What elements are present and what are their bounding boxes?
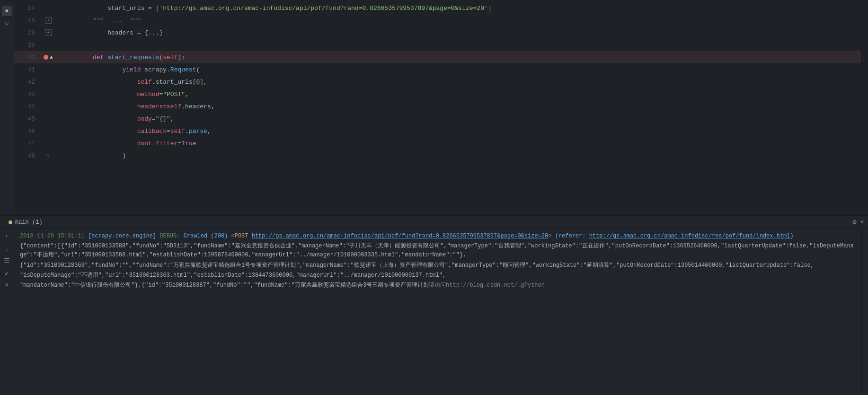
line-num-41: 41	[14, 66, 43, 73]
editor-scrollbar[interactable]	[861, 2, 868, 213]
bottom-tab-main[interactable]: main (1)	[4, 217, 47, 228]
left-sidebar: ● ▽	[0, 2, 14, 213]
bottom-left-icons: ↑ ↓ ☰ ↙ ✕	[0, 229, 14, 395]
log-json-4: "mandatorName":"中信银行股份有限公司"},{"id":"3510…	[20, 281, 856, 290]
gutter-40: ▲	[43, 54, 54, 60]
json-content-2: {"id":"351000128363","fundNo":"","fundNa…	[20, 262, 814, 269]
log-scrollbar[interactable]	[861, 229, 868, 395]
debug-arrow: ▲	[50, 54, 53, 60]
tab-status-dot	[9, 220, 12, 224]
line-num-48: 48	[14, 152, 43, 159]
bottom-panel-body: ↑ ↓ ☰ ↙ ✕ 2018-11-29 15:31:11 [scrapy.co…	[0, 229, 868, 395]
bottom-tabs-bar: main (1) ⚙ ×	[0, 216, 868, 229]
code-container: ● ▽ 14 start_urls = ['http://gs.amac.org…	[0, 0, 868, 215]
line-num-43: 43	[14, 91, 43, 98]
bottom-tab-label: main (1)	[15, 219, 43, 226]
scroll-hint: 请访问http://blog.csdn.net/…gPython	[429, 282, 545, 289]
token: )	[93, 152, 126, 159]
log-debug-1b	[248, 233, 252, 239]
token: headers =	[93, 29, 144, 36]
log-timestamp-1: 2018-11-29 15:31:11	[20, 233, 88, 239]
log-referer-1[interactable]: http://gs.amac.org.cn/amac-infodisc/res/…	[589, 233, 790, 239]
json-content-3: "isDeputeManage":"不适用","url":"3510001283…	[20, 272, 446, 279]
code-line-48: 48 ▽ )	[14, 149, 861, 162]
log-content: 2018-11-29 15:31:11 [scrapy.core.engine]…	[14, 229, 861, 395]
line-content-48: )	[54, 145, 852, 167]
list-icon[interactable]: ☰	[2, 255, 12, 266]
bottom-panel: main (1) ⚙ × ↑ ↓ ☰ ↙ ✕ 2018-11-29 15:31:…	[0, 215, 868, 395]
gutter-15[interactable]: +	[43, 17, 54, 24]
line-num-44: 44	[14, 103, 43, 110]
log-debug-1c: > (referer:	[548, 233, 589, 239]
json-content-4: "mandatorName":"中信银行股份有限公司"},{"id":"3510…	[20, 282, 429, 289]
gutter-48: ▽	[43, 153, 54, 158]
log-json-1: {"content":[{"id":"351000133588","fundNo…	[20, 242, 856, 260]
token: {...}	[144, 29, 163, 36]
expand-icon-15[interactable]: +	[45, 17, 52, 24]
log-module-1: [scrapy.core.engine]	[88, 233, 156, 239]
line-num-47: 47	[14, 140, 43, 147]
log-level-1: DEBUG:	[156, 233, 184, 239]
expand-icon-29[interactable]: +	[45, 29, 52, 36]
json-content-1: {"content":[{"id":"351000133588","fundNo…	[20, 243, 854, 258]
fold-end-icon[interactable]: ▽	[47, 153, 50, 158]
filter-icon[interactable]: ▽	[2, 18, 12, 28]
line-content-29: headers = {...}	[54, 22, 852, 44]
line-num-39: 39	[14, 42, 43, 49]
up-arrow-icon[interactable]: ↑	[2, 232, 12, 242]
line-num-45: 45	[14, 115, 43, 123]
bottom-tab-right: ⚙ ×	[852, 218, 864, 226]
line-num-29: 29	[14, 29, 43, 36]
bottom-tab-left: main (1)	[4, 217, 47, 228]
log-json-3: "isDeputeManage":"不适用","url":"3510001283…	[20, 271, 856, 280]
gutter-29[interactable]: +	[43, 29, 54, 36]
line-num-42: 42	[14, 79, 43, 86]
log-url-1[interactable]: http://gs.amac.org.cn/amac-infodisc/api/…	[252, 233, 549, 239]
line-num-40: 40	[14, 54, 43, 61]
log-method-1: POST	[235, 233, 248, 239]
editor-area: ● ▽ 14 start_urls = ['http://gs.amac.org…	[0, 0, 868, 395]
code-line-29: 29 + headers = {...}	[14, 26, 861, 39]
settings-icon[interactable]: ⚙	[852, 218, 856, 226]
clear-icon[interactable]: ✕	[2, 279, 12, 290]
line-num-46: 46	[14, 128, 43, 135]
log-json-2: {"id":"351000128363","fundNo":"","fundNa…	[20, 261, 856, 270]
close-panel-icon[interactable]: ×	[860, 219, 864, 226]
breakpoint-dot[interactable]	[44, 55, 48, 60]
locate-icon[interactable]: ↙	[2, 267, 12, 278]
line-num-14: 14	[14, 5, 43, 12]
code-lines: 14 start_urls = ['http://gs.amac.org.cn/…	[14, 2, 861, 213]
log-debug-1d: )	[790, 233, 794, 239]
log-entry-1: 2018-11-29 15:31:11 [scrapy.core.engine]…	[20, 232, 856, 241]
line-num-15: 15	[14, 17, 43, 24]
debug-icon[interactable]: ●	[2, 6, 12, 16]
log-debug-1: Crawled (200) <	[184, 233, 235, 239]
down-arrow-icon[interactable]: ↓	[2, 244, 12, 254]
